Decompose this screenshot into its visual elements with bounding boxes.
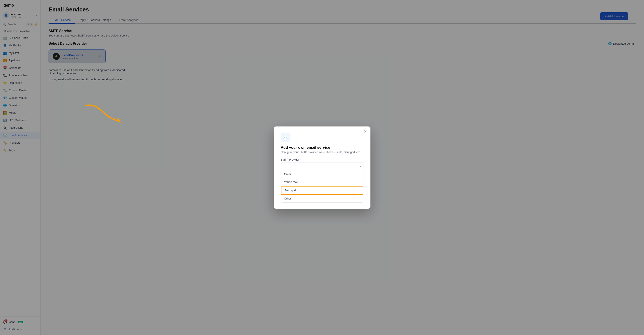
dropdown-item-other[interactable]: Other xyxy=(281,195,363,202)
dropdown-item-yahoo[interactable]: Yahoo Mail xyxy=(281,178,363,186)
add-email-service-modal: ✕ ✉️ Add your own email service Configur… xyxy=(274,127,370,209)
dropdown-list: GmailYahoo MailSendgridOther xyxy=(281,170,364,203)
modal-overlay[interactable]: ✕ ✉️ Add your own email service Configur… xyxy=(41,0,644,335)
required-marker: * xyxy=(300,158,301,161)
email-icon: ✉️ xyxy=(283,135,288,140)
smtp-provider-select-wrapper[interactable]: ▾ xyxy=(281,163,364,170)
modal-title: Add your own email service xyxy=(281,145,364,150)
dropdown-item-sendgrid[interactable]: Sendgrid xyxy=(281,186,363,195)
modal-subtitle: Configure your SMTP provider like Outloo… xyxy=(281,151,364,154)
dropdown-item-gmail[interactable]: Gmail xyxy=(281,170,363,178)
smtp-provider-input[interactable] xyxy=(281,163,364,170)
modal-icon-wrap: ✉️ xyxy=(281,133,290,142)
modal-close-button[interactable]: ✕ xyxy=(364,130,367,134)
main-content: Email Services + Add Service SMTP Servic… xyxy=(41,0,644,335)
smtp-provider-label: SMTP Provider * xyxy=(281,158,364,161)
